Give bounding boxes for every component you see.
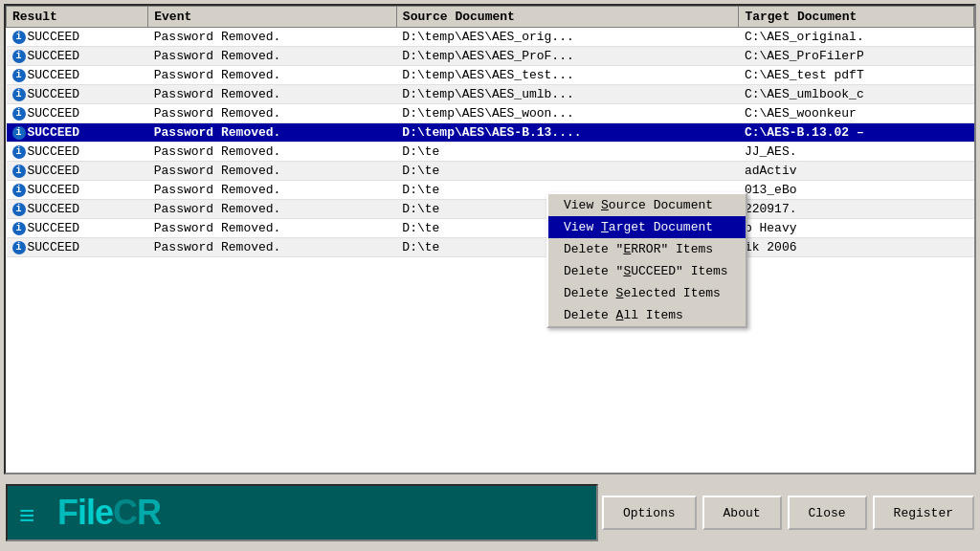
info-icon: i [12, 145, 26, 159]
source-cell: D:\temp\AES\AES_test... [396, 66, 739, 85]
results-table-container: Result Event Source Document Target Docu… [4, 4, 976, 474]
context-menu: View Source Document View Target Documen… [546, 192, 747, 328]
logo-icon: ≡ [15, 492, 57, 534]
main-window: Result Event Source Document Target Docu… [0, 0, 980, 551]
options-button[interactable]: Options [602, 496, 697, 530]
source-cell: D:\temp\AES\AES_ProF... [396, 47, 739, 66]
info-icon: i [12, 165, 26, 178]
event-cell: Password Removed. [148, 104, 397, 123]
target-cell: C:\AES_umlbook_c [739, 85, 974, 104]
result-cell: iSUCCEED [7, 238, 148, 257]
target-cell: C:\AES_woonkeur [739, 104, 974, 123]
source-cell: D:\temp\AES\AES_woon... [396, 104, 739, 123]
source-cell: D:\temp\AES\AES_umlb... [396, 85, 739, 104]
results-table: Result Event Source Document Target Docu… [6, 6, 974, 257]
result-cell: iSUCCEED [7, 219, 148, 238]
event-cell: Password Removed. [148, 200, 397, 219]
target-cell: C:\AES-B.13.02 – [739, 123, 974, 143]
result-cell: iSUCCEED [7, 181, 148, 200]
result-cell: iSUCCEED [7, 66, 148, 85]
col-event: Event [148, 7, 397, 28]
context-menu-delete-succeed[interactable]: Delete "SUCCEED" Items [548, 260, 746, 282]
context-menu-delete-selected[interactable]: Delete Selected Items [548, 282, 746, 304]
table-row[interactable]: iSUCCEEDPassword Removed.D:\temp\AES\AES… [7, 104, 974, 123]
event-cell: Password Removed. [148, 85, 397, 104]
target-cell: 013_eBo [739, 181, 974, 200]
table-row[interactable]: iSUCCEEDPassword Removed.D:\temp\AES\AES… [7, 47, 974, 66]
event-cell: Password Removed. [148, 219, 397, 238]
info-icon: i [12, 241, 26, 254]
info-icon: i [12, 31, 26, 44]
source-cell: D:\te [396, 143, 739, 162]
target-cell: ik 2006 [739, 238, 974, 257]
logo-area: ≡ FileCR [6, 484, 598, 541]
table-row[interactable]: iSUCCEEDPassword Removed.D:\teJJ_AES. [7, 143, 974, 162]
result-cell: iSUCCEED [7, 85, 148, 104]
table-row[interactable]: iSUCCEEDPassword Removed.D:\temp\AES\AES… [7, 28, 974, 47]
source-cell: D:\temp\AES\AES-B.13.... [396, 123, 739, 143]
result-cell: iSUCCEED [7, 123, 148, 143]
info-icon: i [12, 184, 26, 197]
bottom-buttons: Options About Close Register [602, 496, 974, 530]
col-target: Target Document [739, 7, 974, 28]
table-row[interactable]: iSUCCEEDPassword Removed.D:\temp\AES\AES… [7, 123, 974, 143]
event-cell: Password Removed. [148, 162, 397, 181]
event-cell: Password Removed. [148, 143, 397, 162]
table-row[interactable]: iSUCCEEDPassword Removed.D:\temp\AES\AES… [7, 85, 974, 104]
col-result: Result [7, 7, 148, 28]
info-icon: i [12, 222, 26, 235]
context-menu-view-source[interactable]: View Source Document [548, 194, 746, 216]
source-cell: D:\te [396, 162, 739, 181]
target-cell: C:\AES_test pdfT [739, 66, 974, 85]
info-icon: i [12, 126, 26, 140]
target-cell: adActiv [739, 162, 974, 181]
bottom-bar: ≡ FileCR Options About Close Register [0, 474, 980, 551]
event-cell: Password Removed. [148, 238, 397, 257]
event-cell: Password Removed. [148, 47, 397, 66]
context-menu-delete-all[interactable]: Delete All Items [548, 304, 746, 326]
info-icon: i [12, 88, 26, 101]
target-cell: C:\AES_ProFilerP [739, 47, 974, 66]
context-menu-delete-error[interactable]: Delete "ERROR" Items [548, 238, 746, 260]
table-row[interactable]: iSUCCEEDPassword Removed.D:\tep Heavy [7, 219, 974, 238]
result-cell: iSUCCEED [7, 47, 148, 66]
result-cell: iSUCCEED [7, 162, 148, 181]
info-icon: i [12, 50, 26, 63]
table-row[interactable]: iSUCCEEDPassword Removed.D:\temp\AES\AES… [7, 66, 974, 85]
info-icon: i [12, 203, 26, 216]
result-cell: iSUCCEED [7, 28, 148, 47]
result-cell: iSUCCEED [7, 104, 148, 123]
result-cell: iSUCCEED [7, 200, 148, 219]
svg-text:≡: ≡ [19, 500, 34, 530]
table-row[interactable]: iSUCCEEDPassword Removed.D:\teik 2006 [7, 238, 974, 257]
table-row[interactable]: iSUCCEEDPassword Removed.D:\teadActiv [7, 162, 974, 181]
logo-text: FileCR [57, 493, 161, 533]
event-cell: Password Removed. [148, 28, 397, 47]
target-cell: 220917. [739, 200, 974, 219]
table-row[interactable]: iSUCCEEDPassword Removed.D:\te220917. [7, 200, 974, 219]
context-menu-view-target[interactable]: View Target Document [548, 216, 746, 238]
about-button[interactable]: About [702, 496, 782, 530]
result-cell: iSUCCEED [7, 143, 148, 162]
target-cell: C:\AES_original. [739, 28, 974, 47]
close-button[interactable]: Close [788, 496, 867, 530]
event-cell: Password Removed. [148, 66, 397, 85]
col-source: Source Document [396, 7, 739, 28]
table-row[interactable]: iSUCCEEDPassword Removed.D:\te013_eBo [7, 181, 974, 200]
info-icon: i [12, 69, 26, 82]
source-cell: D:\temp\AES\AES_orig... [396, 28, 739, 47]
info-icon: i [12, 107, 26, 121]
event-cell: Password Removed. [148, 181, 397, 200]
register-button[interactable]: Register [873, 496, 974, 530]
target-cell: p Heavy [739, 219, 974, 238]
event-cell: Password Removed. [148, 123, 397, 143]
target-cell: JJ_AES. [739, 143, 974, 162]
table-scroll-area[interactable]: Result Event Source Document Target Docu… [6, 6, 974, 473]
